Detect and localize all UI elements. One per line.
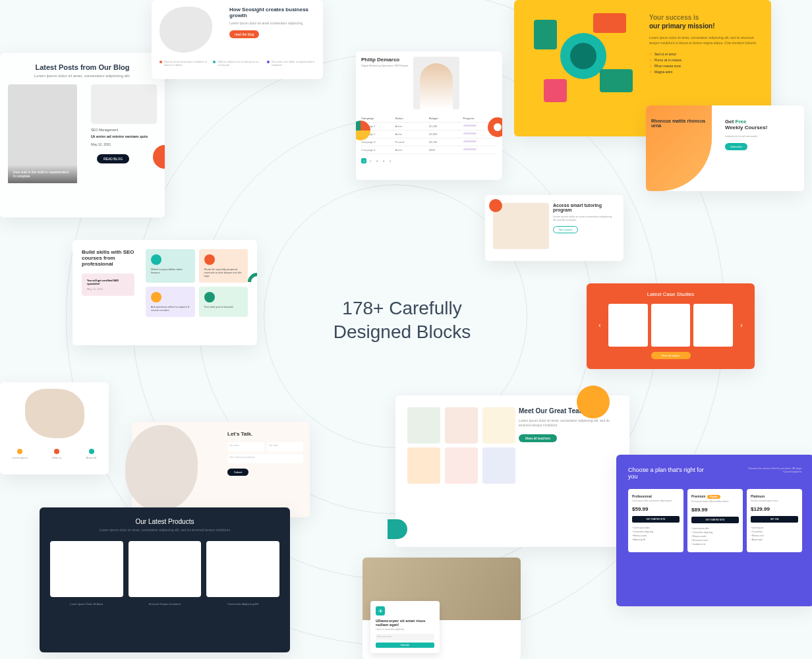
blog-featured-image[interactable]: Duis aute in the mollit in reprehenderit…: [8, 84, 77, 183]
product-card[interactable]: [50, 541, 123, 597]
block-newsletter: ✈ Ullamcorper sit amet risus nullam eget…: [362, 558, 521, 659]
decorative-circle: [577, 386, 610, 418]
contact-title: Let's Talk.: [227, 431, 303, 437]
page-button[interactable]: 3: [374, 158, 380, 163]
paper-plane-icon: ✈: [376, 606, 385, 616]
profile-table: CampaignStatusBudgetProgressCampaign 1Ac…: [361, 115, 497, 154]
block-teachers: Meet Our Great Teacher Lorem ipsum dolor…: [395, 395, 629, 547]
growth-image: [160, 7, 212, 53]
teacher-photo[interactable]: [445, 407, 478, 444]
message-input[interactable]: Tell us what you're looking for: [227, 454, 303, 463]
table-row[interactable]: Campaign 3Paused$3,200: [361, 138, 497, 146]
block-products-dark: Our Latest Products Lorem ipsum dolor si…: [40, 507, 290, 652]
seo-cert-tile: You will get certified SEO specialist! M…: [82, 273, 134, 296]
bullet-item: ✓Sed ut et tortor: [649, 52, 758, 56]
mission-graphic: [527, 13, 646, 105]
feature-dot: Amet elit: [86, 449, 97, 459]
profile-role: Digital Marketing Specialist, SEO Expert: [361, 64, 408, 67]
newsletter-email-input[interactable]: Enter your email: [376, 634, 434, 641]
table-row[interactable]: Campaign 1Active$2,400: [361, 123, 497, 130]
block-laptop-person: Lorem ipsumDolor sitAmet elit: [0, 382, 109, 474]
case-study-card[interactable]: [651, 304, 691, 347]
decorative-semicircle: [388, 519, 407, 539]
newsletter-subscribe-button[interactable]: Subscribe: [376, 643, 434, 648]
profile-avatar: [420, 63, 453, 109]
seo-tile[interactable]: Study the specially prepared materials t…: [199, 249, 248, 283]
tutoring-image: [493, 203, 549, 249]
hero-title: 178+ Carefully Designed Blocks: [316, 297, 488, 345]
read-blog-button[interactable]: READ BLOG: [97, 154, 129, 163]
block-blog: Latest Posts from Our Blog Lorem ipsum d…: [0, 53, 165, 217]
product-card[interactable]: [206, 541, 279, 597]
block-profile-table: Philip Demarco Digital Marketing Special…: [356, 51, 502, 180]
tutoring-cta-button[interactable]: Get started: [553, 226, 578, 233]
pricing-plan[interactable]: Professional Lorem ipsum dolor consectet…: [628, 489, 683, 552]
tutoring-title: Access smart tutoring program: [553, 203, 616, 212]
decorative-semicircle: [153, 145, 165, 169]
block-contact-form: Let's Talk. Your name Your email Tell us…: [132, 422, 310, 517]
blog-title: Latest Posts from Our Blog: [8, 63, 157, 71]
pagination[interactable]: 12345: [361, 158, 497, 163]
teacher-photo[interactable]: [407, 447, 440, 484]
newsletter-title: Ullamcorper sit amet risus nullam eget!: [376, 619, 434, 627]
table-row[interactable]: Campaign 4Active$900: [361, 146, 497, 154]
teacher-photo[interactable]: [482, 407, 515, 444]
teacher-photo[interactable]: [445, 447, 478, 484]
bullet-item: ✓Purus sit in massa: [649, 58, 758, 62]
blog-side-post[interactable]: SEO Management Ut enim ad minim veniam q…: [91, 84, 157, 146]
prev-arrow[interactable]: ‹: [594, 304, 605, 347]
growth-column: Duis aute irure dolor in reprehenderit v…: [267, 60, 315, 67]
table-row[interactable]: Campaign 2Active$1,800: [361, 130, 497, 138]
seo-tile[interactable]: Ask questions either to experts & course…: [146, 287, 195, 317]
teacher-photo[interactable]: [407, 407, 440, 444]
seo-tile[interactable]: Watch easy-to-follow video lessons: [146, 249, 195, 283]
teacher-photo[interactable]: [482, 447, 515, 484]
plan-cta-button[interactable]: GET STA: [751, 516, 798, 523]
case-studies-cta-button[interactable]: View all studies: [651, 352, 691, 359]
case-study-card[interactable]: [693, 304, 733, 347]
next-arrow[interactable]: ›: [736, 304, 747, 347]
blog-subtitle: Lorem ipsum dolor sit amet, consectetur …: [8, 74, 157, 78]
page-button[interactable]: 5: [388, 158, 393, 163]
seo-tile[interactable]: Test what you've learned: [199, 287, 248, 317]
decorative-ring: [488, 117, 502, 137]
weekly-title: Get FreeWeekly Courses!: [725, 119, 798, 130]
mission-title: Your success isour primary mission!: [649, 13, 758, 30]
weekly-left-title: Rhoncus mattis rhoncus urna: [646, 105, 712, 141]
plan-cta-button[interactable]: GET STARTED NOW: [691, 517, 739, 523]
block-tutoring: Access smart tutoring program Lorem ipsu…: [485, 195, 624, 261]
profile-name: Philip Demarco: [361, 57, 408, 63]
seo-title: Build skills with SEO courses from profe…: [82, 249, 134, 267]
block-pricing: Choose a plan that's right for you Choos…: [616, 455, 812, 606]
growth-title: How Seosight creates business growth: [229, 7, 315, 18]
feature-dot: Lorem ipsum: [13, 449, 28, 459]
page-button[interactable]: 4: [381, 158, 386, 163]
blog-featured-caption: Duis aute in the mollit in reprehenderit…: [8, 165, 77, 183]
case-study-card[interactable]: [608, 304, 648, 347]
product-card[interactable]: [129, 541, 202, 597]
block-growth: How Seosight creates business growth Lor…: [152, 0, 323, 79]
pricing-title: Choose a plan that's right for you: [628, 467, 707, 480]
weekly-subscribe-button[interactable]: Subscribe: [725, 143, 747, 150]
bullet-item: ✓Rhon massa nunc: [649, 64, 758, 68]
block-weekly-courses: Rhoncus mattis rhoncus urna Get FreeWeek…: [646, 105, 804, 191]
block-case-studies-orange: Latest Case Studies ‹ › View all studies: [587, 283, 755, 369]
email-input[interactable]: Your email: [267, 442, 304, 451]
plan-cta-button[interactable]: GET STARTED NOW: [632, 516, 680, 523]
feature-dot: Dolor sit: [52, 449, 62, 459]
block-seo-skills: Build skills with SEO courses from profe…: [72, 240, 257, 345]
contact-person-image: [125, 425, 198, 511]
teachers-cta-button[interactable]: Meet all teachers: [519, 434, 557, 442]
page-button[interactable]: 2: [368, 158, 373, 163]
bullet-item: ✓Magna enim: [649, 70, 758, 74]
submit-button[interactable]: Submit: [227, 469, 248, 476]
page-button[interactable]: 1: [361, 158, 366, 163]
growth-column: Sed do eiusmod tempor incididunt ut labo…: [160, 60, 208, 67]
products-title: Our Latest Products: [50, 518, 279, 525]
case-studies-title: Latest Case Studies: [594, 291, 747, 297]
pricing-plan[interactable]: PremiumPopular Do eiusmod tempor dolor i…: [687, 489, 743, 552]
person-image: [25, 389, 84, 438]
name-input[interactable]: Your name: [227, 442, 264, 451]
pricing-plan[interactable]: Platinum Sed do eiusmod tempor cursus $1…: [747, 489, 802, 552]
growth-cta-button[interactable]: read the blog: [229, 30, 259, 38]
